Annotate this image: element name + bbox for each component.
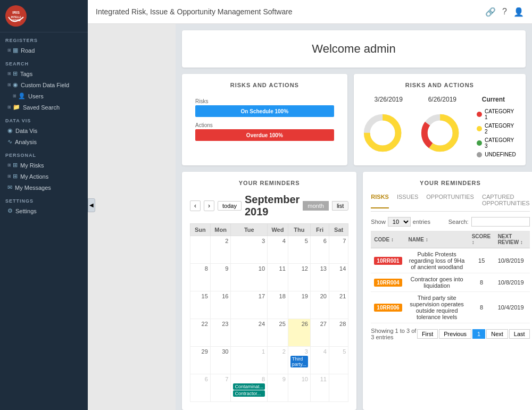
- sidebar-item-custom-data-field[interactable]: ⊞ ◉ Custom Data Field: [0, 79, 88, 90]
- cal-day-number: 5: [290, 238, 308, 244]
- tab-captured-opportunities[interactable]: CAPTURED OPPORTUNITIES: [482, 194, 530, 208]
- calendar-cell[interactable]: 18: [268, 291, 288, 319]
- sidebar-item-tags[interactable]: ⊞ ⊞ Tags: [0, 68, 88, 79]
- calendar-cell[interactable]: 9: [210, 264, 231, 291]
- calendar-cell[interactable]: 20: [310, 291, 329, 319]
- tab-issues[interactable]: ISSUES: [397, 194, 418, 208]
- calendar-event[interactable]: Third party...: [290, 356, 308, 367]
- calendar-cell[interactable]: 22: [190, 319, 211, 347]
- calendar-cell[interactable]: 12: [288, 264, 310, 291]
- legend-dot-cat1: [477, 112, 482, 117]
- table-row[interactable]: 10RR001Public Protests regarding loss of…: [371, 248, 529, 273]
- sidebar-item-analysis[interactable]: ∿ Analysis: [0, 136, 88, 147]
- calendar-cell[interactable]: 27: [310, 319, 329, 347]
- calendar-cell[interactable]: [329, 374, 348, 402]
- cal-list-view-button[interactable]: list: [332, 201, 348, 211]
- calendar-cell[interactable]: 30: [210, 347, 231, 374]
- calendar-cell[interactable]: 5: [329, 347, 348, 374]
- tab-opportunities[interactable]: OPPORTUNITIES: [426, 194, 474, 208]
- calendar-cell[interactable]: 16: [210, 291, 231, 319]
- calendar-cell[interactable]: 4: [310, 347, 329, 374]
- calendar-cell[interactable]: 4: [268, 236, 288, 264]
- calendar-cell[interactable]: 29: [190, 347, 211, 374]
- calendar-cell[interactable]: 5: [288, 236, 310, 264]
- reminders-table-card-title: YOUR REMINDERS: [371, 180, 529, 186]
- calendar-cell[interactable]: 6: [190, 374, 211, 402]
- sort-icon[interactable]: ↕: [472, 239, 475, 245]
- sidebar-item-settings[interactable]: ⚙ Settings: [0, 205, 88, 216]
- user-icon[interactable]: 👤: [513, 7, 524, 17]
- page-next-button[interactable]: Next: [486, 329, 508, 339]
- sidebar-collapse-button[interactable]: ◀: [88, 198, 95, 212]
- cal-day-number: 3: [233, 238, 265, 244]
- calendar-cell[interactable]: 10: [288, 374, 310, 402]
- cal-day-number: 4: [270, 238, 286, 244]
- cal-day-number: 4: [313, 348, 327, 355]
- header-title: Integrated Risk, Issue & Opportunity Man…: [96, 7, 293, 16]
- sidebar-item-my-actions[interactable]: ⊞ ⊞ My Actions: [0, 171, 88, 182]
- page-1-button[interactable]: 1: [472, 329, 485, 339]
- calendar-cell[interactable]: 3Third party...: [288, 347, 310, 374]
- cal-prev-button[interactable]: ‹: [190, 200, 201, 211]
- calendar-event[interactable]: Contractor...: [233, 390, 265, 397]
- legend-dot-cat3: [477, 140, 482, 146]
- calendar-event[interactable]: Contaminat...: [233, 383, 265, 390]
- sidebar-item-saved-search[interactable]: ⊞ 📁 Saved Search: [0, 102, 88, 113]
- calendar-cell[interactable]: 7: [329, 236, 348, 264]
- calendar-cell[interactable]: 7: [210, 374, 231, 402]
- legend-label-undefined: UNDEFINED: [485, 152, 516, 157]
- calendar-cell[interactable]: 24: [231, 319, 268, 347]
- sidebar-item-users[interactable]: ⊞ 👤 Users: [0, 90, 88, 102]
- page-first-button[interactable]: First: [417, 329, 438, 339]
- sort-icon[interactable]: ↕: [391, 237, 394, 242]
- table-row[interactable]: 10RR006Third party site supervision oper…: [371, 292, 529, 323]
- calendar-cell[interactable]: 13: [310, 264, 329, 291]
- calendar-cell[interactable]: 2: [268, 347, 288, 374]
- calendar-cell[interactable]: 25: [268, 319, 288, 347]
- sidebar-item-label: Settings: [15, 208, 37, 214]
- calendar-cell[interactable]: 17: [231, 291, 268, 319]
- calendar-cell[interactable]: 15: [190, 291, 211, 319]
- sidebar-item-road[interactable]: ⊞ ▦ Road: [0, 45, 88, 56]
- calendar-cell[interactable]: 1: [231, 347, 268, 374]
- sidebar-item-data-vis[interactable]: ◉ Data Vis: [0, 125, 88, 136]
- cal-month-view-button[interactable]: month: [303, 201, 329, 211]
- show-entries-select[interactable]: 10 25 50: [388, 217, 411, 227]
- calendar-cell[interactable]: 19: [288, 291, 310, 319]
- sidebar-item-my-risks[interactable]: ⊞ ⊞ My Risks: [0, 160, 88, 171]
- search-input[interactable]: [471, 217, 530, 227]
- sort-icon[interactable]: ↕: [426, 237, 428, 242]
- page-last-button[interactable]: Last: [509, 329, 530, 339]
- cal-header-sun: Sun: [190, 224, 211, 236]
- calendar-cell[interactable]: 11: [310, 374, 329, 402]
- risks-bar-text: On Schedule 100%: [241, 108, 288, 114]
- calendar-cell[interactable]: 11: [268, 264, 288, 291]
- page-prev-button[interactable]: Previous: [439, 329, 471, 339]
- sidebar-item-my-messages[interactable]: ✉ My Messages: [0, 182, 88, 193]
- calendar-cell[interactable]: 21: [329, 291, 348, 319]
- calendar-cell[interactable]: 28: [329, 319, 348, 347]
- cal-day-number: 9: [270, 376, 286, 382]
- calendar-cell[interactable]: 8: [190, 264, 211, 291]
- welcome-message: Welcome admin: [194, 42, 514, 56]
- calendar-cell[interactable]: 2: [210, 236, 231, 264]
- calendar-cell[interactable]: 26: [288, 319, 310, 347]
- tab-risks[interactable]: RISKS: [371, 194, 389, 208]
- calendar-cell[interactable]: 10: [231, 264, 268, 291]
- sort-icon[interactable]: ↕: [520, 239, 523, 245]
- calendar-cell[interactable]: 3: [231, 236, 268, 264]
- link-icon[interactable]: 🔗: [485, 7, 496, 17]
- table-row[interactable]: 10RR004Contractor goes into liquidation8…: [371, 273, 529, 292]
- custom-data-icon: ◉: [13, 81, 18, 88]
- svg-text:IRIS: IRIS: [12, 11, 20, 14]
- calendar-cell[interactable]: 8Contaminat...Contractor...: [231, 374, 268, 402]
- cal-today-button[interactable]: today: [218, 201, 242, 211]
- calendar-cell[interactable]: 6: [310, 236, 329, 264]
- calendar-cell[interactable]: 23: [210, 319, 231, 347]
- tags-icon: ⊞: [13, 70, 18, 77]
- cal-next-button[interactable]: ›: [204, 200, 214, 211]
- calendar-cell[interactable]: 9: [268, 374, 288, 402]
- calendar-cell[interactable]: 14: [329, 264, 348, 291]
- help-icon[interactable]: ?: [502, 7, 507, 16]
- calendar-cell[interactable]: [190, 236, 211, 264]
